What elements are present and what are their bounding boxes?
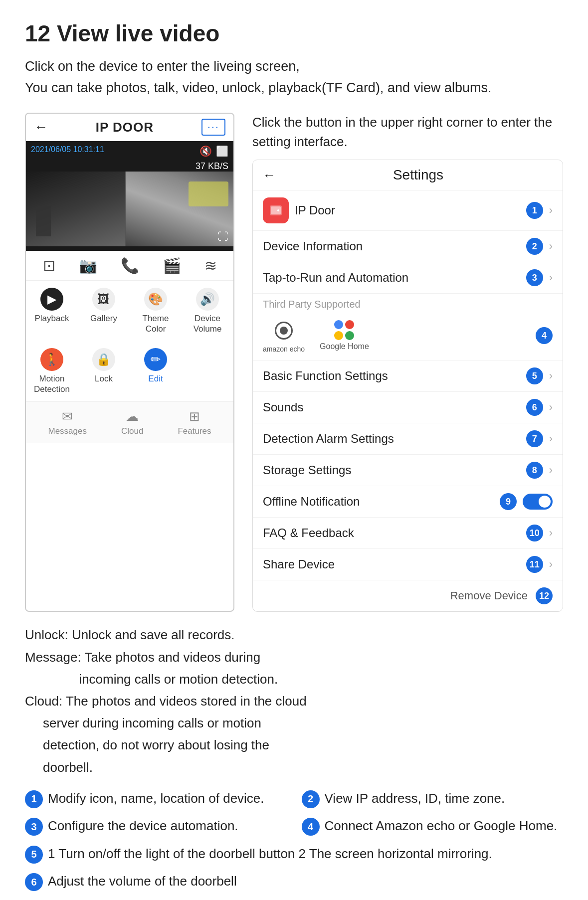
- badge-7: 7: [526, 430, 543, 447]
- features-icon: ⊞: [189, 409, 200, 424]
- offline-label: Offline Notification: [263, 495, 494, 509]
- video-bitrate: 37 KB/S: [26, 161, 233, 172]
- devinfo-label: Device Information: [263, 239, 520, 253]
- num-badge-6: 6: [25, 873, 43, 891]
- cloud-icon: ☁: [126, 409, 139, 424]
- amazon-echo-logo: amazon echo: [263, 318, 305, 353]
- messages-label: Messages: [48, 426, 87, 436]
- cloud-desc: Cloud: The photos and videos stored in t…: [25, 690, 563, 778]
- playback-button[interactable]: ▶ Playback: [26, 281, 78, 341]
- settings-row-sounds[interactable]: Sounds 6 ›: [253, 392, 563, 423]
- motion-icon: 🚶: [40, 348, 63, 371]
- num-item-2: 2 View IP address, ID, time zone.: [302, 788, 564, 809]
- svg-point-2: [277, 209, 279, 211]
- cloud-nav[interactable]: ☁ Cloud: [121, 409, 143, 436]
- settings-callout: Click the button in the upper right corn…: [252, 113, 563, 152]
- phone-bottom-nav: ✉ Messages ☁ Cloud ⊞ Features: [26, 402, 233, 443]
- basicfunc-label: Basic Function Settings: [263, 369, 520, 383]
- phone-back-icon[interactable]: ←: [34, 119, 48, 135]
- google-home-label: Google Home: [320, 342, 369, 351]
- settings-row-offline[interactable]: Offline Notification 9: [253, 486, 563, 518]
- faq-arrow: ›: [549, 527, 553, 540]
- settings-row-storage[interactable]: Storage Settings 8 ›: [253, 455, 563, 486]
- badge-8: 8: [526, 462, 543, 479]
- detectionalarm-arrow: ›: [549, 432, 553, 445]
- edit-icon: ✏: [144, 348, 167, 371]
- playback-icon: ▶: [40, 288, 63, 311]
- badge-11: 11: [526, 556, 543, 573]
- num-badge-5: 5: [25, 846, 43, 864]
- motion-detection-button[interactable]: 🚶 MotionDetection: [26, 341, 78, 401]
- fullscreen-icon: ⬜: [216, 145, 228, 157]
- settings-row-ipdoor[interactable]: IP Door 1 ›: [253, 190, 563, 231]
- amazon-label: amazon echo: [263, 345, 305, 353]
- settings-row-share[interactable]: Share Device 11 ›: [253, 549, 563, 580]
- message-desc: Message: Take photos and videos during i…: [25, 646, 563, 690]
- ctrl-scan-icon[interactable]: ⊡: [43, 257, 55, 274]
- ctrl-menu-icon[interactable]: ≋: [204, 257, 217, 274]
- settings-row-faq[interactable]: FAQ & Feedback 10 ›: [253, 518, 563, 549]
- remove-label[interactable]: Remove Device: [450, 589, 528, 602]
- lock-button[interactable]: 🔒 Lock: [78, 341, 130, 401]
- settings-panel: ← Settings IP Door 1 › Device Informa: [252, 160, 563, 612]
- num-text-4: Connect Amazon echo or Google Home.: [325, 816, 558, 837]
- num-item-3: 3 Configure the device automation.: [25, 816, 287, 837]
- mute-icon: 🔇: [199, 145, 212, 157]
- video-timestamp: 2021/06/05 10:31:11: [31, 145, 104, 154]
- settings-header: ← Settings: [253, 160, 563, 190]
- settings-row-devinfo[interactable]: Device Information 2 ›: [253, 231, 563, 262]
- num-text-3: Configure the device automation.: [48, 816, 238, 837]
- phone-header: ← IP DOOR ···: [26, 114, 233, 141]
- num-item-1: 1 Modify icon, name, location of device.: [25, 788, 287, 809]
- video-scene: ⛶: [26, 172, 233, 246]
- numbered-list: 1 Modify icon, name, location of device.…: [25, 788, 563, 900]
- numbered-pair-1: 1 Modify icon, name, location of device.…: [25, 788, 563, 809]
- intro-text: Click on the device to enter the liveing…: [25, 56, 563, 99]
- ipdoor-label: IP Door: [295, 203, 520, 217]
- third-party-label: Third Party Supported: [253, 294, 563, 313]
- badge-3: 3: [526, 269, 543, 286]
- badge-9: 9: [500, 493, 517, 510]
- desc-section: Unlock: Unlock and save all records. Mes…: [25, 624, 563, 778]
- badge-1: 1: [526, 202, 543, 219]
- settings-row-taptorun[interactable]: Tap-to-Run and Automation 3 ›: [253, 262, 563, 294]
- num-item-6: 6 Adjust the volume of the doorbell: [25, 871, 563, 892]
- settings-back-arrow[interactable]: ←: [263, 168, 276, 183]
- sounds-label: Sounds: [263, 400, 520, 414]
- features-nav[interactable]: ⊞ Features: [178, 409, 211, 436]
- share-label: Share Device: [263, 557, 520, 571]
- gallery-button[interactable]: 🖼 Gallery: [78, 281, 130, 341]
- storage-arrow: ›: [549, 464, 553, 477]
- volume-icon: 🔊: [196, 288, 219, 311]
- num-badge-1: 1: [25, 790, 43, 808]
- settings-row-basicfunc[interactable]: Basic Function Settings 5 ›: [253, 360, 563, 392]
- settings-row-detectionalarm[interactable]: Detection Alarm Settings 7 ›: [253, 423, 563, 455]
- share-arrow: ›: [549, 558, 553, 571]
- phone-menu-button[interactable]: ···: [201, 119, 225, 136]
- ctrl-photo-icon[interactable]: 📷: [79, 257, 97, 274]
- edit-label: Edit: [148, 374, 163, 384]
- badge-5: 5: [526, 367, 543, 384]
- num-text-1: Modify icon, name, location of device.: [48, 788, 264, 809]
- features-label: Features: [178, 426, 211, 436]
- toggle-circle: [539, 496, 551, 508]
- num-badge-4: 4: [302, 818, 320, 836]
- ctrl-video-icon[interactable]: 🎬: [163, 257, 181, 274]
- device-volume-button[interactable]: 🔊 DeviceVolume: [182, 281, 233, 341]
- badge-12: 12: [536, 587, 553, 604]
- theme-icon: 🎨: [144, 288, 167, 311]
- badge-4: 4: [536, 327, 553, 344]
- phone-mockup: ← IP DOOR ··· 2021/06/05 10:31:11 🔇 ⬜ 37…: [25, 113, 234, 612]
- playback-label: Playback: [35, 314, 69, 324]
- num-text-5: 1 Turn on/off the light of the doorbell …: [48, 844, 492, 865]
- theme-label: ThemeColor: [143, 314, 169, 334]
- phone-title: IP DOOR: [96, 120, 154, 135]
- offline-toggle[interactable]: [523, 494, 553, 510]
- ctrl-call-icon[interactable]: 📞: [121, 257, 139, 274]
- motion-label: MotionDetection: [34, 374, 70, 394]
- num-item-4: 4 Connect Amazon echo or Google Home.: [302, 816, 564, 837]
- edit-button[interactable]: ✏ Edit: [130, 341, 182, 401]
- faq-label: FAQ & Feedback: [263, 526, 520, 540]
- theme-color-button[interactable]: 🎨 ThemeColor: [130, 281, 182, 341]
- messages-nav[interactable]: ✉ Messages: [48, 409, 87, 436]
